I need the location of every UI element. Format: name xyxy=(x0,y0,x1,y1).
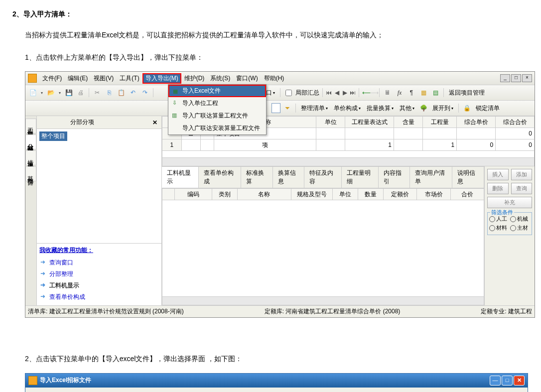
nav-last-icon[interactable]: ⏭ xyxy=(350,89,356,96)
copy-icon[interactable]: ⎘ xyxy=(104,88,114,98)
dropdown-import-gld[interactable]: ▥ 导入广联达算量工程文件 xyxy=(168,110,266,122)
italic-icon[interactable]: fx xyxy=(395,88,405,98)
menu-help[interactable]: 帮助(H) xyxy=(261,73,287,84)
vtab-other[interactable]: 其他项目 xyxy=(25,166,36,181)
radio-material[interactable]: 材料 xyxy=(489,224,507,232)
fav-view-composition[interactable]: 查看单价构成 xyxy=(39,291,159,303)
subtab-description[interactable]: 说明信息 xyxy=(452,167,484,188)
redo-icon[interactable]: ↷ xyxy=(140,88,150,98)
vtab-overview[interactable]: 工程概况 xyxy=(25,119,36,133)
supplement-button[interactable]: 补充 xyxy=(487,197,532,208)
subtab-convert-info[interactable]: 换算信息 xyxy=(273,167,305,188)
menu-window[interactable]: 窗口(W) xyxy=(233,73,261,84)
nav-next-icon[interactable]: ▶ xyxy=(342,89,348,96)
dialog-minimize-button[interactable]: — xyxy=(490,376,501,386)
subtab-guide[interactable]: 内容指引 xyxy=(379,167,410,188)
radio-main-mat[interactable]: 主材 xyxy=(510,224,528,232)
form-icon[interactable]: ▤ xyxy=(430,88,440,98)
horizontal-scrollbar[interactable] xyxy=(162,157,534,166)
nav-prev-icon[interactable]: ◀ xyxy=(334,89,340,96)
detail-area: 工料机显示 查看单价构成 标准换算 换算信息 特征及内容 工程量明细 内容指引 … xyxy=(162,166,535,305)
close-button[interactable]: × xyxy=(522,74,532,82)
dialog-close-button[interactable]: ✕ xyxy=(514,376,525,386)
left-vertical-tabs: 工程概况 分部分项 措施项目 其他项目 xyxy=(25,116,37,305)
dropdown-icon[interactable]: ▾ xyxy=(40,91,44,95)
radio-machine[interactable]: 机械 xyxy=(510,215,528,223)
window-controls: _ □ × xyxy=(500,74,532,82)
lock-list-button[interactable]: 锁定清单 xyxy=(474,103,502,114)
return-project-mgmt-button[interactable]: 返回项目管理 xyxy=(447,88,487,98)
print-icon[interactable]: 🖨 xyxy=(76,88,86,98)
restore-button[interactable]: □ xyxy=(511,74,521,82)
expand-to-button[interactable]: 展开到 ▾ xyxy=(430,103,455,114)
subtab-user-list[interactable]: 查询用户清单 xyxy=(410,167,452,188)
favorites-panel: 我收藏的常用功能： 查询窗口 分部整理 工料机显示 查看单价构成 xyxy=(37,243,161,305)
menu-file[interactable]: 文件(F) xyxy=(39,73,65,84)
col-total: 综合合价 xyxy=(496,117,535,128)
dropdown-import-unit[interactable]: ⇩ 导入单位工程 xyxy=(168,97,266,110)
subtab-qty-detail[interactable]: 工程量明细 xyxy=(342,167,379,188)
filter-input[interactable] xyxy=(271,103,280,113)
dropdown-icon[interactable]: ▾ xyxy=(58,91,62,95)
subtab-material[interactable]: 工料机显示 xyxy=(162,167,199,188)
undo-icon[interactable]: ↶ xyxy=(128,88,138,98)
fav-material-display[interactable]: 工料机显示 xyxy=(39,280,159,291)
vtab-measures[interactable]: 措施项目 xyxy=(25,150,36,165)
dropdown-import-gld-install[interactable]: 导入广联达安装算量工程文件 xyxy=(168,122,266,134)
dialog-maximize-button[interactable]: □ xyxy=(502,376,513,386)
query-button[interactable]: 查询 xyxy=(511,183,533,194)
open-icon[interactable]: 📂 xyxy=(46,88,56,98)
history-fwd-icon[interactable]: ⟶ xyxy=(370,89,376,96)
detail-scrollbar[interactable] xyxy=(162,296,484,305)
tree-root-node[interactable]: 整个项目 xyxy=(39,131,67,141)
fav-organize[interactable]: 分部整理 xyxy=(39,268,159,280)
sidebar-panel: 分部分项 ✕ 整个项目 我收藏的常用功能： 查询窗口 分部整理 工料机显示 查看… xyxy=(37,116,162,305)
subtab-composition[interactable]: 查看单价构成 xyxy=(199,167,241,188)
delete-button[interactable]: 删除 xyxy=(487,183,509,194)
vtab-fenbu[interactable]: 分部分项 xyxy=(25,134,36,149)
menu-edit[interactable]: 编辑(E) xyxy=(65,73,91,84)
menubar: 文件(F) 编辑(E) 视图(V) 工具(T) 导入导出(M) 维护(D) 系统… xyxy=(25,72,535,85)
menu-system[interactable]: 系统(S) xyxy=(207,73,233,84)
detail-table[interactable]: 编码 类别 名称 规格及型号 单位 数量 定额价 市场价 合价 xyxy=(162,188,484,200)
organize-list-button[interactable]: 整理清单 ▾ xyxy=(299,103,330,114)
funnel-icon[interactable]: ⏷ xyxy=(282,103,292,113)
unit-price-button[interactable]: 单价构成 ▾ xyxy=(332,103,363,114)
other-button[interactable]: 其他 ▾ xyxy=(398,103,416,114)
pilcrow-icon[interactable]: ¶ xyxy=(406,88,416,98)
status-list-lib: 清单库: 建设工程工程量清单计价规范设置规则 (2008-河南) xyxy=(28,307,184,316)
menu-view[interactable]: 视图(V) xyxy=(91,73,117,84)
minimize-button[interactable]: _ xyxy=(500,74,510,82)
calculator-icon[interactable]: 🖩 xyxy=(383,88,393,98)
local-summary-checkbox[interactable] xyxy=(285,90,292,96)
paste-icon[interactable]: 📋 xyxy=(116,88,126,98)
dialog-title: 导入Excel招标文件 xyxy=(40,376,91,385)
table-icon[interactable]: ▦ xyxy=(418,88,428,98)
subtab-feature[interactable]: 特征及内容 xyxy=(304,167,341,188)
dropdown-item-label: 导入广联达安装算量工程文件 xyxy=(182,125,260,131)
save-icon[interactable]: 💾 xyxy=(64,88,74,98)
cut-icon[interactable]: ✂ xyxy=(92,88,102,98)
insert-button[interactable]: 插入 xyxy=(487,169,509,180)
import-export-dropdown: ▦ 导入Excel文件 ⇩ 导入单位工程 ▥ 导入广联达算量工程文件 导入广联达… xyxy=(168,84,267,135)
new-icon[interactable]: 📄 xyxy=(28,88,38,98)
tree-icon[interactable]: 🌳 xyxy=(418,103,428,113)
table-row[interactable]: 1 项 1 1 0 0 xyxy=(162,139,535,151)
main-toolbar: 📄▾ 📂▾ 💾 🖨 ✂ ⎘ 📋 ↶ ↷ 窗口 ▾ 局部汇总 ⏮ ◀ ▶ ⏭ ⟵ … xyxy=(25,85,535,101)
menu-tools[interactable]: 工具(T) xyxy=(117,73,142,84)
nav-first-icon[interactable]: ⏮ xyxy=(326,89,332,96)
subtab-standard[interactable]: 标准换算 xyxy=(241,167,273,188)
menu-import-export[interactable]: 导入导出(M) xyxy=(142,73,181,84)
col-unit-price: 综合单价 xyxy=(457,117,496,128)
sidebar-close-icon[interactable]: ✕ xyxy=(152,119,157,126)
sidebar-header: 分部分项 ✕ xyxy=(37,116,161,129)
add-button[interactable]: 添加 xyxy=(511,169,533,180)
radio-labor[interactable]: 人工 xyxy=(489,215,507,223)
fav-query-window[interactable]: 查询窗口 xyxy=(39,257,159,268)
detail-tabs: 工料机显示 查看单价构成 标准换算 换算信息 特征及内容 工程量明细 内容指引 … xyxy=(162,166,484,188)
detail-content: 工料机显示 查看单价构成 标准换算 换算信息 特征及内容 工程量明细 内容指引 … xyxy=(162,166,484,305)
history-back-icon[interactable]: ⟵ xyxy=(362,89,368,96)
dropdown-import-excel[interactable]: ▦ 导入Excel文件 xyxy=(168,85,266,97)
batch-convert-button[interactable]: 批量换算 ▾ xyxy=(365,103,396,114)
menu-maintain[interactable]: 维护(D) xyxy=(181,73,208,84)
